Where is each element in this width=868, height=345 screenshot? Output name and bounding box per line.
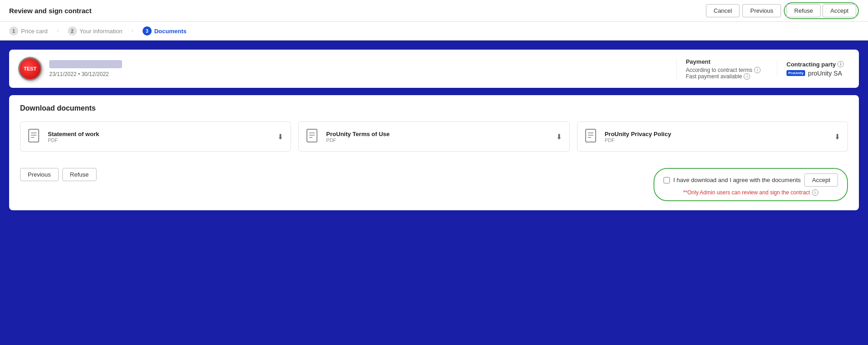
admin-warning: **Only Admin users can review and sign t… bbox=[683, 189, 818, 196]
prounity-logo: ProUnity bbox=[786, 70, 805, 76]
document-file-icon-0 bbox=[28, 128, 42, 145]
step-3[interactable]: 3 Documents bbox=[143, 26, 187, 36]
page-title: Review and sign contract bbox=[9, 7, 92, 15]
step-2[interactable]: 2 Your information bbox=[68, 26, 123, 36]
main-content: TEST 23/11/2022 • 30/12/2022 Payment Acc… bbox=[0, 41, 868, 340]
cancel-button[interactable]: Cancel bbox=[706, 4, 740, 17]
contract-info: 23/11/2022 • 30/12/2022 bbox=[49, 60, 669, 77]
svg-rect-8 bbox=[586, 129, 596, 142]
download-icon-2[interactable]: ⬇ bbox=[834, 132, 840, 141]
download-icon-0[interactable]: ⬇ bbox=[277, 132, 283, 141]
doc-info-0: Statement of work PDF bbox=[48, 131, 272, 143]
doc-type-2: PDF bbox=[605, 137, 829, 143]
documents-card: Download documents Statement of work PDF… bbox=[9, 95, 859, 210]
documents-grid: Statement of work PDF ⬇ ProUnity Terms o… bbox=[20, 122, 848, 152]
contract-info-card: TEST 23/11/2022 • 30/12/2022 Payment Acc… bbox=[9, 50, 859, 88]
refuse-button-header[interactable]: Refuse bbox=[786, 4, 821, 17]
bottom-actions: Previous Refuse I have download and I ag… bbox=[20, 164, 848, 201]
document-item-1[interactable]: ProUnity Terms of Use PDF ⬇ bbox=[298, 122, 569, 152]
document-item-2[interactable]: ProUnity Privacy Policy PDF ⬇ bbox=[577, 122, 848, 152]
bottom-left-actions: Previous Refuse bbox=[20, 168, 97, 181]
payment-info-icon-1[interactable]: i bbox=[754, 67, 761, 73]
doc-type-0: PDF bbox=[48, 137, 272, 143]
doc-info-1: ProUnity Terms of Use PDF bbox=[326, 131, 550, 143]
step-divider-2: › bbox=[132, 28, 133, 34]
previous-button-header[interactable]: Previous bbox=[742, 4, 781, 17]
step-3-label: Documents bbox=[154, 28, 187, 35]
contract-logo: TEST bbox=[18, 57, 42, 81]
bottom-right-actions: I have download and I agree with the doc… bbox=[654, 168, 848, 201]
accept-button-header[interactable]: Accept bbox=[822, 4, 856, 17]
contracting-party-title: Contracting party i bbox=[786, 61, 850, 68]
accept-button-bottom[interactable]: Accept bbox=[804, 173, 838, 187]
doc-type-1: PDF bbox=[326, 137, 550, 143]
svg-rect-4 bbox=[307, 129, 317, 142]
header-actions: Cancel Previous Refuse Accept bbox=[706, 2, 859, 19]
doc-name-2: ProUnity Privacy Policy bbox=[605, 131, 829, 137]
svg-rect-0 bbox=[29, 129, 39, 142]
payment-row-1: According to contract terms i bbox=[686, 67, 761, 73]
agree-row: I have download and I agree with the doc… bbox=[664, 173, 838, 187]
admin-warning-info-icon[interactable]: i bbox=[812, 189, 818, 196]
contract-dates: 23/11/2022 • 30/12/2022 bbox=[49, 71, 669, 77]
step-2-label: Your information bbox=[80, 28, 123, 35]
payment-title: Payment bbox=[686, 58, 761, 65]
doc-info-2: ProUnity Privacy Policy PDF bbox=[605, 131, 829, 143]
step-2-num: 2 bbox=[68, 26, 77, 36]
party-logo: ProUnity proUnity SA bbox=[786, 70, 850, 77]
document-item-0[interactable]: Statement of work PDF ⬇ bbox=[20, 122, 291, 152]
step-1-num: 1 bbox=[9, 26, 18, 36]
contract-payment: Payment According to contract terms i Fa… bbox=[676, 58, 770, 80]
refuse-accept-group: Refuse Accept bbox=[784, 2, 859, 19]
contracting-party-info-icon[interactable]: i bbox=[837, 61, 844, 67]
step-1-label: Price card bbox=[21, 28, 48, 35]
agree-label: I have download and I agree with the doc… bbox=[674, 177, 801, 183]
contracting-party: Contracting party i ProUnity proUnity SA bbox=[777, 61, 850, 77]
doc-name-0: Statement of work bbox=[48, 131, 272, 137]
step-1[interactable]: 1 Price card bbox=[9, 26, 48, 36]
download-icon-1[interactable]: ⬇ bbox=[556, 132, 562, 141]
previous-button-bottom[interactable]: Previous bbox=[20, 168, 59, 181]
contracting-party-name: proUnity SA bbox=[808, 70, 842, 77]
document-file-icon-2 bbox=[585, 128, 599, 145]
step-divider-1: › bbox=[57, 28, 59, 34]
agree-checkbox[interactable] bbox=[664, 177, 670, 183]
document-file-icon-1 bbox=[306, 128, 321, 145]
refuse-button-bottom[interactable]: Refuse bbox=[62, 168, 97, 181]
contract-name-bar bbox=[49, 60, 122, 68]
payment-row-2: Fast payment available i bbox=[686, 73, 761, 80]
stepper-nav: 1 Price card › 2 Your information › 3 Do… bbox=[0, 22, 868, 41]
doc-name-1: ProUnity Terms of Use bbox=[326, 131, 550, 137]
step-3-num: 3 bbox=[143, 26, 152, 36]
payment-info-icon-2[interactable]: i bbox=[744, 73, 750, 80]
documents-title: Download documents bbox=[20, 104, 848, 112]
header: Review and sign contract Cancel Previous… bbox=[0, 0, 868, 22]
